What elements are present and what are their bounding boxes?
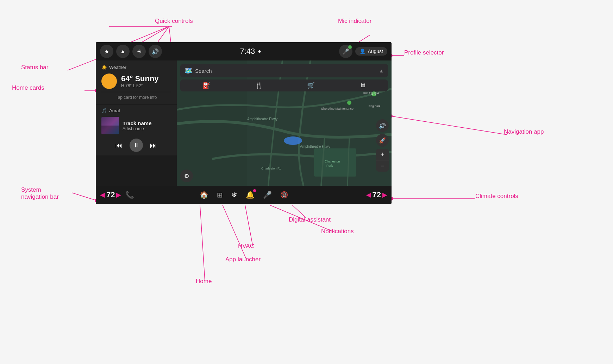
- profile-selector-button[interactable]: 👤 August: [355, 47, 387, 56]
- zoom-control: + −: [376, 149, 389, 172]
- call-end-button[interactable]: 📵: [280, 191, 288, 199]
- map-right-controls: 🔊 🚀 + −: [376, 119, 389, 172]
- svg-line-10: [72, 193, 96, 200]
- coffee-category-icon[interactable]: 🖥: [359, 82, 366, 89]
- notifications-button[interactable]: 🔔: [246, 191, 255, 199]
- track-name: Track name: [123, 120, 171, 126]
- profile-icon: 👤: [359, 49, 365, 54]
- svg-text:Amphitheatre Pkwy: Amphitheatre Pkwy: [247, 117, 277, 121]
- profile-name: August: [368, 49, 383, 54]
- temp-decrease-right-button[interactable]: ◀: [366, 191, 371, 199]
- navigation-app-annotation: Navigation app: [504, 128, 544, 135]
- svg-line-16: [200, 205, 205, 281]
- svg-line-15: [223, 205, 246, 260]
- left-climate-control: ◀ 72 ▶ 📞: [96, 190, 149, 199]
- mic-button[interactable]: 🎤: [339, 45, 352, 58]
- digital-assistant-annotation: Digital assistant: [289, 216, 331, 223]
- system-nav-annotation: System navigation bar: [21, 186, 59, 200]
- next-button[interactable]: ⏭: [150, 141, 157, 149]
- temp-increase-right-button[interactable]: ▶: [382, 191, 387, 199]
- restaurant-category-icon[interactable]: 🍴: [255, 82, 263, 89]
- weather-text: 64° Sunny H 78° L 52°: [121, 74, 159, 88]
- quick-controls-label: Quick controls: [155, 18, 193, 25]
- weather-title: ☀️ Weather: [101, 65, 171, 70]
- music-controls: ⏮ ⏸ ⏭: [101, 139, 171, 152]
- volume-icon[interactable]: 🔊: [149, 45, 162, 58]
- map-categories: ⛽ 🍴 🛒 🖥: [180, 79, 388, 91]
- status-bar-left: ★ ▲ ☀ 🔊: [100, 45, 162, 58]
- climate-controls-annotation: Climate controls: [475, 193, 518, 200]
- svg-line-13: [270, 205, 334, 232]
- maps-icon: 🗺️: [184, 67, 192, 75]
- phone-icon: 📞: [125, 191, 134, 199]
- search-bar[interactable]: 🗺️ Search ▲: [180, 64, 388, 77]
- mic-active-dot: [348, 45, 352, 49]
- home-cards-annotation: Home cards: [12, 84, 44, 91]
- music-app-icon: 🎵: [101, 108, 107, 113]
- volume-map-button[interactable]: 🔊: [376, 119, 389, 132]
- app-launcher-annotation: App launcher: [225, 256, 261, 263]
- music-card[interactable]: 🎵 Aural Track name Artist name ⏮ ⏸ ⏭: [96, 104, 177, 155]
- artist-name: Artist name: [123, 126, 171, 131]
- music-app-title: 🎵 Aural: [101, 108, 171, 113]
- music-text: Track name Artist name: [123, 120, 171, 131]
- hvac-annotation: HVAC: [238, 243, 254, 250]
- svg-line-5: [68, 59, 96, 70]
- brightness-icon[interactable]: ☀: [132, 45, 146, 58]
- status-bar: ★ ▲ ☀ 🔊 7:43 ● 🎤 👤 August: [96, 42, 392, 60]
- status-bar-annotation: Status bar: [21, 64, 49, 71]
- search-chevron-icon: ▲: [379, 68, 384, 74]
- high-low-display: H 78° L 52°: [121, 83, 159, 88]
- zoom-out-button[interactable]: −: [376, 160, 389, 172]
- map-area: Amphitheatre Pkwy Amphitheatre Pkwy Char…: [177, 60, 392, 186]
- nav-center: 🏠 ⊞ ❄ 🔔 🎤 📵: [149, 191, 339, 199]
- temp-display-left: 72: [106, 190, 115, 199]
- sun-icon: [101, 74, 117, 89]
- shopping-category-icon[interactable]: 🛒: [307, 82, 315, 89]
- svg-text:Shoreline Maintenance: Shoreline Maintenance: [321, 107, 354, 110]
- album-art: [101, 117, 119, 134]
- car-ui: ★ ▲ ☀ 🔊 7:43 ● 🎤 👤 August: [96, 42, 392, 204]
- hvac-button[interactable]: ❄: [231, 191, 237, 199]
- map-search-overlay: 🗺️ Search ▲ ⛽ 🍴 🛒 🖥: [180, 64, 388, 91]
- digital-assistant-button[interactable]: 🎤: [263, 191, 272, 199]
- location-map-button[interactable]: 🚀: [376, 134, 389, 147]
- weather-card[interactable]: ☀️ Weather 64° Sunny H 78° L 52° Tap car…: [96, 60, 177, 104]
- search-text: Search: [195, 68, 376, 74]
- home-annotation: Home: [196, 278, 212, 285]
- home-nav-button[interactable]: 🏠: [200, 191, 208, 199]
- svg-point-46: [347, 101, 351, 105]
- signal-icon[interactable]: ▲: [116, 45, 130, 58]
- map-settings-button[interactable]: ⚙: [180, 170, 193, 182]
- mic-indicator-annotation: Mic indicator: [338, 18, 371, 25]
- sidebar: ☀️ Weather 64° Sunny H 78° L 52° Tap car…: [96, 60, 177, 186]
- temperature-display: 64° Sunny: [121, 74, 159, 83]
- app-launcher-button[interactable]: ⊞: [217, 191, 223, 199]
- status-bar-right: 🎤 👤 August: [339, 45, 387, 58]
- svg-line-12: [292, 205, 306, 218]
- svg-text:Amphitheatre Pkwy: Amphitheatre Pkwy: [300, 145, 330, 148]
- system-nav-bar: ◀ 72 ▶ 📞 🏠 ⊞ ❄ 🔔 🎤 📵 ◀ 72 ▶: [96, 186, 392, 204]
- profile-selector-annotation: Profile selector: [404, 49, 444, 56]
- play-pause-button[interactable]: ⏸: [130, 139, 143, 152]
- svg-text:Dog Park: Dog Park: [369, 104, 381, 108]
- status-bar-center: 7:43 ●: [240, 47, 261, 56]
- svg-text:Kite Flying A: Kite Flying A: [363, 91, 379, 95]
- svg-text:Charleston Rd: Charleston Rd: [261, 167, 282, 170]
- weather-tap-hint: Tap card for more info: [101, 92, 171, 100]
- fuel-category-icon[interactable]: ⛽: [202, 82, 210, 89]
- bluetooth-icon[interactable]: ★: [100, 45, 113, 58]
- svg-text:Park: Park: [326, 164, 333, 167]
- previous-button[interactable]: ⏮: [115, 141, 123, 149]
- notifications-annotation: Notifications: [321, 228, 354, 235]
- temp-increase-left-button[interactable]: ▶: [116, 191, 121, 199]
- svg-point-41: [284, 136, 302, 145]
- svg-line-9: [391, 116, 507, 135]
- right-climate-control: ◀ 72 ▶: [339, 190, 392, 199]
- music-info: Track name Artist name: [101, 117, 171, 134]
- zoom-in-button[interactable]: +: [376, 149, 389, 160]
- temp-decrease-left-button[interactable]: ◀: [100, 191, 105, 199]
- weather-icon: ☀️: [101, 65, 107, 70]
- temp-display-right: 72: [373, 190, 381, 199]
- svg-line-14: [245, 205, 253, 246]
